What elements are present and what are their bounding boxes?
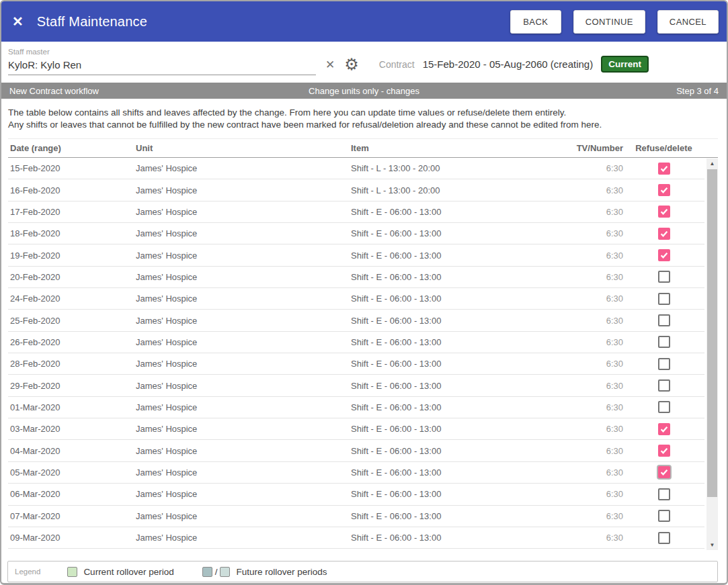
table-header: Date (range) Unit Item TV/Number Refuse/… [8,139,718,158]
cell-item: Shift - E - 06:00 - 13:00 [351,424,569,434]
cell-date: 07-Mar-2020 [8,511,136,521]
refuse-delete-checkbox[interactable] [658,358,670,370]
cell-unit: James' Hospice [136,533,351,543]
title-bar: ✕ Staff Maintenance BACK CONTINUE CANCEL [1,1,727,42]
legend-item: /Future rollover periods [202,567,327,577]
cell-date: 16-Feb-2020 [8,185,136,195]
cell-date: 05-Mar-2020 [8,467,136,478]
legend-bar: Legend Current rollover period/Future ro… [7,561,718,582]
legend-swatch [67,567,77,577]
legend-swatch [220,567,230,577]
refuse-delete-checkbox[interactable] [658,510,670,522]
cell-tv-number: 6:30 [569,359,623,369]
scroll-up-icon[interactable]: ▲ [706,159,718,169]
cell-item: Shift - E - 06:00 - 13:00 [351,381,569,391]
cell-tv-number: 6:30 [569,424,623,434]
cell-date: 01-Mar-2020 [8,402,136,412]
refuse-delete-checkbox[interactable] [658,293,670,305]
cell-unit: James' Hospice [136,359,351,369]
cell-date: 04-Mar-2020 [8,446,136,456]
legend-items: Current rollover period/Future rollover … [67,567,355,577]
cell-unit: James' Hospice [136,316,351,326]
cell-date: 20-Feb-2020 [8,272,136,282]
column-header-tv-number: TV/Number [569,143,623,153]
description-line-1: The table below contains all shifts and … [8,107,719,119]
cell-item: Shift - E - 06:00 - 13:00 [351,316,569,326]
table-row: 01-Mar-2020 James' Hospice Shift - E - 0… [8,397,704,418]
staff-master-input[interactable] [8,58,316,75]
gear-icon[interactable]: ⚙ [344,56,359,73]
check-icon [659,229,669,238]
refuse-delete-checkbox[interactable] [658,423,670,435]
check-icon [659,424,669,434]
cell-date: 25-Feb-2020 [8,316,136,326]
check-icon [659,467,669,477]
cell-item: Shift - L - 13:00 - 20:00 [351,163,569,173]
scrollbar-thumb[interactable] [707,169,717,497]
refuse-delete-checkbox[interactable] [658,379,670,392]
workflow-step-name: Change units only - changes [246,86,483,96]
close-icon[interactable]: ✕ [12,15,24,28]
table-row: 15-Feb-2020 James' Hospice Shift - L - 1… [8,158,704,179]
scroll-down-icon[interactable]: ▼ [706,540,718,550]
contract-status-badge: Current [601,56,649,73]
refuse-delete-checkbox[interactable] [658,228,670,240]
cell-item: Shift - E - 06:00 - 13:00 [351,533,569,543]
refuse-delete-checkbox[interactable] [658,206,670,218]
cell-date: 26-Feb-2020 [8,337,136,347]
cell-unit: James' Hospice [136,251,351,261]
refuse-delete-checkbox[interactable] [658,249,670,261]
cell-item: Shift - E - 06:00 - 13:00 [351,294,569,304]
cell-item: Shift - E - 06:00 - 13:00 [351,402,569,412]
cell-tv-number: 6:30 [569,228,623,238]
cell-unit: James' Hospice [136,381,351,391]
table-row: 25-Feb-2020 James' Hospice Shift - E - 0… [8,310,704,331]
staff-master-field: Staff master [8,48,316,75]
workflow-name: New Contract workflow [9,86,246,96]
description-text: The table below contains all shifts and … [1,99,727,130]
contract-value: 15-Feb-2020 - 05-Aug-2060 (creating) [423,58,593,70]
cell-date: 18-Feb-2020 [8,228,136,238]
cell-tv-number: 6:30 [569,533,623,543]
refuse-delete-checkbox[interactable] [658,532,670,544]
cell-unit: James' Hospice [136,337,351,347]
cell-item: Shift - E - 06:00 - 13:00 [351,251,569,261]
table-row: 09-Mar-2020 James' Hospice Shift - E - 0… [8,527,704,549]
refuse-delete-checkbox[interactable] [658,271,670,283]
cell-tv-number: 6:30 [569,381,623,391]
back-button[interactable]: BACK [510,10,561,34]
cell-date: 06-Mar-2020 [8,489,136,499]
cell-unit: James' Hospice [136,163,351,173]
table-body: 15-Feb-2020 James' Hospice Shift - L - 1… [8,158,704,549]
table-row: 29-Feb-2020 James' Hospice Shift - E - 0… [8,375,704,396]
dialog-title: Staff Maintenance [37,14,510,30]
cell-unit: James' Hospice [136,446,351,456]
refuse-delete-checkbox[interactable] [658,445,670,457]
legend-item: Current rollover period [67,567,173,577]
staff-master-label: Staff master [8,48,316,56]
refuse-delete-checkbox[interactable] [658,488,670,500]
cell-tv-number: 6:30 [569,467,623,478]
legend-label: Legend [15,568,40,576]
cell-item: Shift - E - 06:00 - 13:00 [351,359,569,369]
clear-icon[interactable]: ✕ [325,58,335,72]
refuse-delete-checkbox[interactable] [658,336,670,348]
refuse-delete-checkbox[interactable] [658,184,670,196]
continue-button[interactable]: CONTINUE [573,10,645,34]
check-icon [659,185,669,195]
cell-unit: James' Hospice [136,424,351,434]
table-scrollbar[interactable]: ▲ ▼ [706,159,718,550]
cell-item: Shift - E - 06:00 - 13:00 [351,467,569,478]
refuse-delete-checkbox[interactable] [658,401,670,413]
cell-tv-number: 6:30 [569,511,623,521]
refuse-delete-checkbox[interactable] [658,163,670,175]
cell-tv-number: 6:30 [569,272,623,282]
cell-unit: James' Hospice [136,489,351,499]
cell-date: 15-Feb-2020 [8,163,136,173]
refuse-delete-checkbox[interactable] [658,314,670,326]
refuse-delete-checkbox[interactable] [658,466,670,478]
legend-item-label: Current rollover period [83,567,173,577]
cell-date: 19-Feb-2020 [8,251,136,261]
cell-unit: James' Hospice [136,402,351,412]
cancel-button[interactable]: CANCEL [657,10,719,34]
